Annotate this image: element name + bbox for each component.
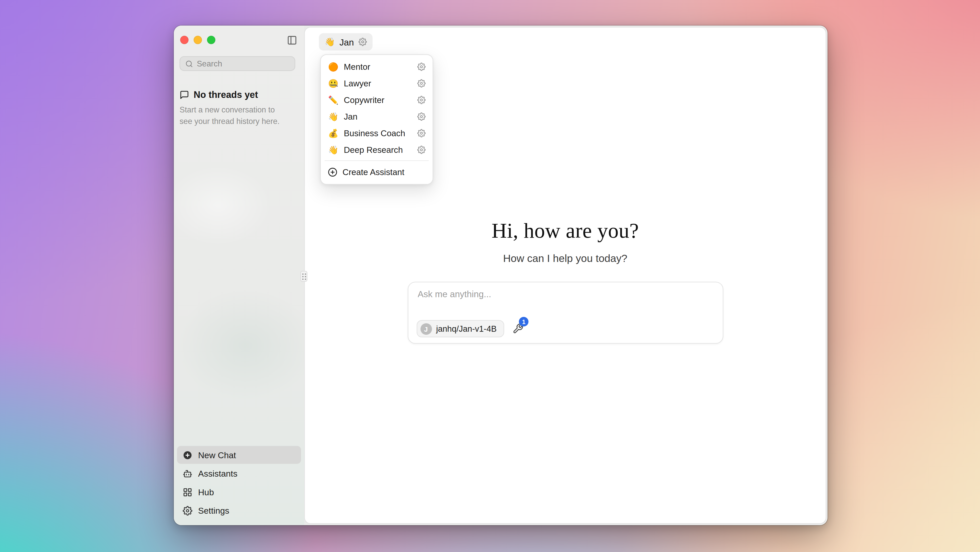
message-input[interactable] [418,289,713,299]
assistant-name: Jan [339,37,354,47]
greeting-title: Hi, how are you? [305,219,826,243]
assistant-item-label: Lawyer [344,78,412,88]
zoom-button[interactable] [207,36,215,44]
threads-empty-header: No threads yet [180,89,258,100]
threads-empty-description: Start a new conversation to see your thr… [180,105,290,127]
assistant-settings-icon[interactable] [417,145,426,154]
assistant-menu-item-copywriter[interactable]: ✏️ Copywriter [324,91,430,108]
assistant-settings-icon[interactable] [417,79,426,87]
assistant-gear-icon[interactable] [358,38,367,46]
assistant-item-emoji: 🤐 [328,79,339,87]
composer-toolbar: J janhq/Jan-v1-4B 1 [416,320,523,337]
sidebar-item-settings[interactable]: Settings [177,502,301,520]
chat-bubble-icon [180,90,189,99]
assistant-item-emoji: 🟠 [328,62,339,71]
create-assistant-button[interactable]: Create Assistant [324,164,430,181]
search-input[interactable] [197,59,290,68]
assistant-item-label: Copywriter [344,95,412,105]
assistant-menu-item-lawyer[interactable]: 🤐 Lawyer [324,75,430,91]
sidebar: No threads yet Start a new conversation … [174,25,304,525]
assistant-menu-item-mentor[interactable]: 🟠 Mentor [324,58,430,75]
pane-resize-handle[interactable] [300,271,307,282]
sidebar-item-assistants[interactable]: Assistants [177,465,301,482]
desktop-background: No threads yet Start a new conversation … [0,0,980,552]
assistant-item-emoji: ✏️ [328,95,339,104]
sidebar-item-new-chat[interactable]: New Chat [177,446,301,464]
chat-panel: 👋 Jan 🟠 Mentor 🤐 Lawyer [304,27,826,524]
search-field[interactable] [180,56,296,71]
assistant-item-emoji: 👋 [328,145,339,154]
minimize-button[interactable] [194,36,202,44]
assistant-item-label: Deep Research [344,145,412,154]
assistant-settings-icon[interactable] [417,112,426,121]
assistant-item-label: Jan [344,111,412,121]
tools-count-badge: 1 [519,317,528,327]
sidebar-item-label: New Chat [198,450,236,460]
assistant-menu-item-jan[interactable]: 👋 Jan [324,108,430,125]
sidebar-item-hub[interactable]: Hub [177,483,301,501]
app-window: No threads yet Start a new conversation … [174,25,828,525]
threads-empty-title: No threads yet [194,89,258,100]
menu-separator [325,161,429,161]
tools-button[interactable]: 1 [512,323,523,334]
assistant-emoji: 👋 [325,38,335,46]
assistant-menu-item-business-coach[interactable]: 💰 Business Coach [324,125,430,141]
assistant-item-emoji: 💰 [328,129,339,137]
model-avatar: J [420,323,432,334]
empty-chat-hero: Hi, how are you? How can I help you toda… [305,219,826,344]
model-selector-button[interactable]: J janhq/Jan-v1-4B [416,320,504,337]
assistant-dropdown-menu: 🟠 Mentor 🤐 Lawyer ✏️ Copywriter 👋 Jan [320,54,434,185]
message-composer[interactable]: J janhq/Jan-v1-4B 1 [407,282,723,344]
robot-icon [183,469,192,479]
close-button[interactable] [180,36,189,44]
sidebar-item-label: Hub [198,487,214,497]
assistant-menu-item-deep-research[interactable]: 👋 Deep Research [324,141,430,158]
grid-icon [183,487,192,497]
plus-circle-icon [328,167,338,177]
search-icon [185,60,193,67]
sidebar-item-label: Assistants [198,469,237,479]
model-name: janhq/Jan-v1-4B [436,324,496,334]
greeting-subtitle: How can I help you today? [305,253,826,265]
window-controls [180,36,215,44]
assistant-settings-icon[interactable] [417,129,426,137]
plus-circle-icon [183,450,192,460]
create-assistant-label: Create Assistant [342,167,404,177]
sidebar-item-label: Settings [198,506,229,515]
gear-icon [183,506,192,515]
chat-header: 👋 Jan [319,33,373,51]
sidebar-bottom-nav: New Chat Assistants [177,445,301,520]
assistant-selector-button[interactable]: 👋 Jan [319,33,373,51]
assistant-item-label: Mentor [344,62,412,71]
sidebar-toggle-icon[interactable] [287,35,297,46]
assistant-settings-icon[interactable] [417,95,426,104]
assistant-item-emoji: 👋 [328,112,339,121]
assistant-item-label: Business Coach [344,128,412,138]
assistant-settings-icon[interactable] [417,62,426,71]
